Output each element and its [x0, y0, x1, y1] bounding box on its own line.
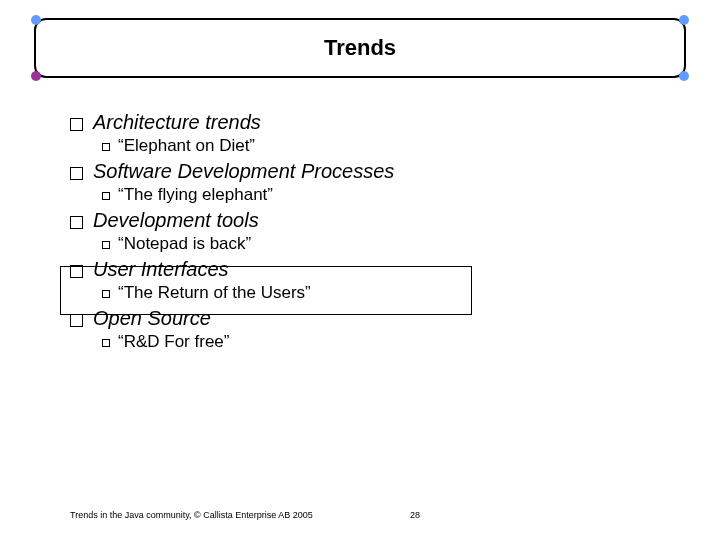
square-bullet-icon [70, 216, 83, 229]
content-list: Architecture trends “Elephant on Diet” S… [70, 110, 640, 355]
corner-dot-icon [31, 15, 41, 25]
main-line: Architecture trends [70, 110, 640, 135]
list-item: Development tools “Notepad is back” [70, 208, 640, 255]
sub-bullet-icon [102, 241, 110, 249]
sub-line: “The flying elephant” [102, 184, 640, 206]
title-box: Trends [34, 18, 686, 78]
sub-bullet-icon [102, 339, 110, 347]
main-text: User Interfaces [93, 257, 229, 282]
corner-dot-icon [31, 71, 41, 81]
sub-line: “R&D For free” [102, 331, 640, 353]
main-line: Software Development Processes [70, 159, 640, 184]
square-bullet-icon [70, 265, 83, 278]
list-item: Open Source “R&D For free” [70, 306, 640, 353]
sub-bullet-icon [102, 290, 110, 298]
sub-text: “R&D For free” [118, 331, 229, 353]
list-item: Software Development Processes “The flyi… [70, 159, 640, 206]
sub-line: “The Return of the Users” [102, 282, 640, 304]
sub-text: “Elephant on Diet” [118, 135, 255, 157]
sub-bullet-icon [102, 143, 110, 151]
corner-dot-icon [679, 71, 689, 81]
square-bullet-icon [70, 314, 83, 327]
footer-text: Trends in the Java community, © Callista… [70, 510, 650, 520]
sub-text: “The Return of the Users” [118, 282, 311, 304]
main-line: User Interfaces [70, 257, 640, 282]
square-bullet-icon [70, 118, 83, 131]
main-line: Development tools [70, 208, 640, 233]
sub-line: “Notepad is back” [102, 233, 640, 255]
main-line: Open Source [70, 306, 640, 331]
sub-text: “Notepad is back” [118, 233, 251, 255]
main-text: Architecture trends [93, 110, 261, 135]
sub-line: “Elephant on Diet” [102, 135, 640, 157]
page-number: 28 [410, 510, 420, 520]
list-item: User Interfaces “The Return of the Users… [70, 257, 640, 304]
sub-text: “The flying elephant” [118, 184, 273, 206]
slide-title: Trends [324, 35, 396, 61]
main-text: Software Development Processes [93, 159, 394, 184]
square-bullet-icon [70, 167, 83, 180]
sub-bullet-icon [102, 192, 110, 200]
main-text: Open Source [93, 306, 211, 331]
slide: Trends Architecture trends “Elephant on … [0, 0, 720, 540]
corner-dot-icon [679, 15, 689, 25]
list-item: Architecture trends “Elephant on Diet” [70, 110, 640, 157]
main-text: Development tools [93, 208, 259, 233]
